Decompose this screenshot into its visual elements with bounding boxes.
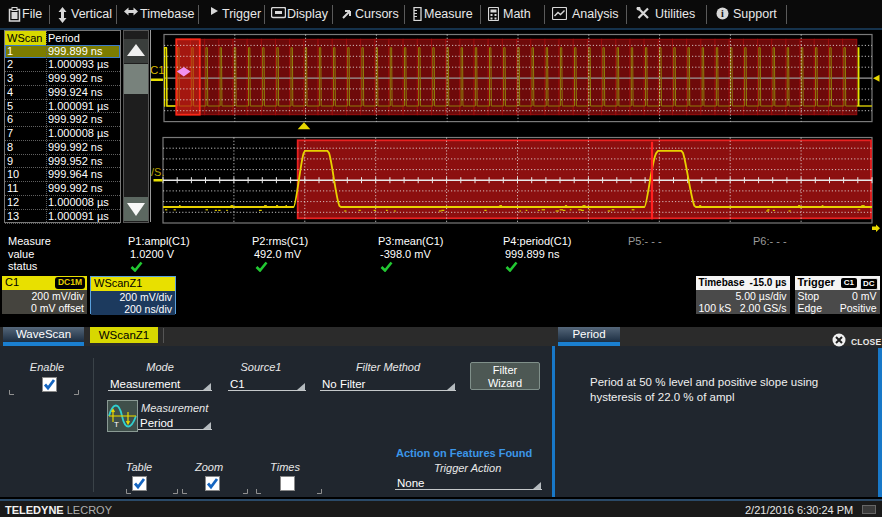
svg-text:C1: C1 [150,64,165,76]
svg-text:T: T [114,420,119,429]
svg-text:/S.: /S. [151,166,164,178]
